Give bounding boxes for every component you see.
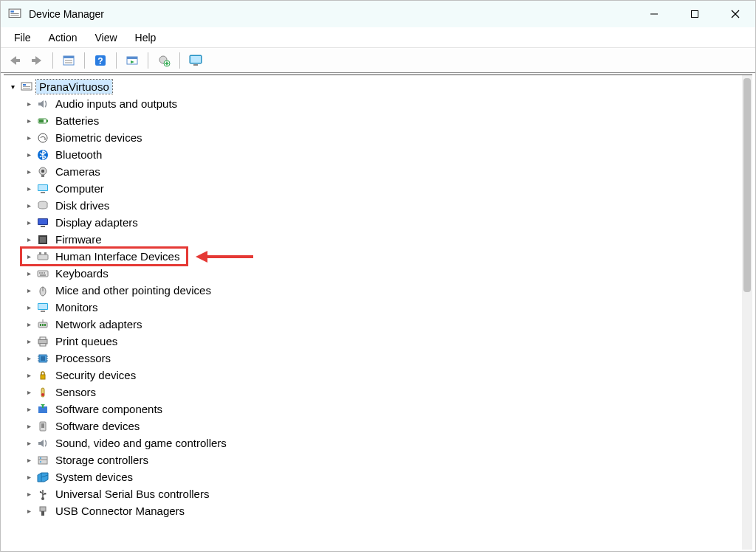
category-storage[interactable]: ▸Storage controllers [23, 451, 752, 468]
category-swcomp[interactable]: ▸Software components [23, 401, 752, 418]
usbconn-icon [36, 505, 49, 518]
audio-icon [36, 97, 49, 111]
category-label: Disk drives [52, 198, 112, 212]
category-processors[interactable]: ▸Processors [23, 350, 752, 367]
category-label: Software devices [52, 419, 142, 433]
category-audio[interactable]: ▸Audio inputs and outputs [23, 95, 752, 112]
category-security[interactable]: ▸Security devices [23, 367, 752, 384]
storage-icon [36, 454, 49, 467]
svg-rect-9 [32, 59, 36, 62]
chevron-right-icon[interactable]: ▸ [23, 388, 35, 396]
chevron-right-icon[interactable]: ▸ [23, 269, 35, 277]
chevron-right-icon[interactable]: ▸ [23, 405, 35, 413]
forward-button[interactable] [27, 51, 47, 70]
chevron-right-icon[interactable]: ▸ [23, 252, 35, 260]
chevron-right-icon[interactable]: ▸ [23, 354, 35, 362]
menu-help[interactable]: Help [128, 29, 164, 46]
chevron-right-icon[interactable]: ▸ [23, 490, 35, 498]
svg-rect-76 [41, 375, 45, 379]
svg-rect-59 [41, 311, 45, 312]
cameras-icon [36, 165, 49, 179]
display-icon [36, 216, 49, 229]
monitors-icon [36, 301, 49, 314]
minimize-button[interactable] [633, 1, 674, 27]
show-monitor-button[interactable] [186, 51, 205, 70]
category-usb[interactable]: ▸Universal Serial Bus controllers [23, 485, 752, 502]
chevron-down-icon[interactable]: ▾ [7, 83, 18, 91]
disk-icon [36, 199, 49, 212]
category-swdev[interactable]: ▸Software devices [23, 418, 752, 434]
category-svgame[interactable]: ▸Sound, video and game controllers [23, 434, 752, 451]
category-batteries[interactable]: ▸Batteries [23, 112, 752, 129]
properties-button[interactable] [59, 51, 78, 70]
computer-icon [36, 182, 49, 195]
category-monitors[interactable]: ▸Monitors [23, 299, 752, 316]
chevron-right-icon[interactable]: ▸ [23, 167, 35, 176]
svg-rect-3 [10, 15, 18, 15]
help-button[interactable]: ? [91, 51, 110, 70]
scrollbar-thumb[interactable] [743, 78, 751, 292]
menu-view[interactable]: View [87, 29, 124, 46]
svg-rect-28 [23, 86, 30, 87]
svg-rect-49 [44, 252, 47, 255]
chevron-right-icon[interactable]: ▸ [23, 100, 35, 108]
scan-hardware-button[interactable] [123, 51, 142, 70]
svg-point-33 [38, 134, 47, 142]
category-mice[interactable]: ▸Mice and other pointing devices [23, 282, 752, 299]
svg-rect-69 [41, 356, 45, 361]
menu-file[interactable]: File [7, 29, 38, 46]
chevron-right-icon[interactable]: ▸ [23, 201, 35, 210]
svg-rect-17 [127, 57, 137, 59]
chevron-right-icon[interactable]: ▸ [23, 371, 35, 379]
maximize-button[interactable] [674, 1, 715, 27]
svg-rect-83 [38, 457, 47, 464]
chevron-right-icon[interactable]: ▸ [23, 422, 35, 430]
chevron-right-icon[interactable]: ▸ [23, 303, 35, 311]
category-disk[interactable]: ▸Disk drives [23, 197, 752, 214]
category-computer[interactable]: ▸Computer [23, 180, 752, 197]
category-network[interactable]: ▸Network adapters [23, 316, 752, 333]
chevron-right-icon[interactable]: ▸ [23, 337, 35, 345]
chevron-right-icon[interactable]: ▸ [23, 218, 35, 226]
chevron-right-icon[interactable]: ▸ [23, 507, 35, 515]
chevron-right-icon[interactable]: ▸ [23, 439, 35, 447]
close-button[interactable] [715, 1, 755, 27]
category-label: Firmware [52, 232, 105, 246]
chevron-right-icon[interactable]: ▸ [23, 456, 35, 464]
menu-action[interactable]: Action [41, 29, 85, 46]
svg-rect-24 [190, 56, 201, 63]
vertical-scrollbar[interactable] [742, 75, 752, 550]
category-label: Computer [52, 181, 107, 195]
chevron-right-icon[interactable]: ▸ [23, 320, 35, 328]
category-biometric[interactable]: ▸Biometric devices [23, 129, 752, 146]
chevron-right-icon[interactable]: ▸ [23, 150, 35, 159]
category-keyboards[interactable]: ▸Keyboards [23, 265, 752, 282]
category-sensors[interactable]: ▸Sensors [23, 384, 752, 401]
svgame-icon [36, 437, 49, 450]
category-bluetooth[interactable]: ▸Bluetooth [23, 146, 752, 163]
category-label: Human Interface Devices [52, 249, 182, 263]
category-print[interactable]: ▸Print queues [23, 333, 752, 350]
svg-rect-51 [39, 272, 41, 274]
category-usbconn[interactable]: ▸USB Connector Managers [23, 502, 752, 519]
category-cameras[interactable]: ▸Cameras [23, 163, 752, 180]
device-tree-pane: ▾PranaVirtuoso▸Audio inputs and outputs▸… [4, 75, 752, 550]
window-controls [633, 1, 755, 27]
chevron-right-icon[interactable]: ▸ [23, 117, 35, 125]
back-button[interactable] [5, 51, 24, 70]
system-icon [36, 471, 49, 484]
category-hid[interactable]: ▸Human Interface Devices [23, 248, 752, 265]
category-firmware[interactable]: ▸Firmware [23, 231, 752, 248]
chevron-right-icon[interactable]: ▸ [23, 286, 35, 294]
window-title: Device Manager [29, 8, 104, 20]
category-system[interactable]: ▸System devices [23, 468, 752, 485]
chevron-right-icon[interactable]: ▸ [23, 235, 35, 243]
tree-root[interactable]: ▾PranaVirtuoso [7, 78, 752, 95]
add-legacy-button[interactable] [154, 51, 173, 70]
chevron-right-icon[interactable]: ▸ [23, 184, 35, 193]
toolbar-separator [52, 52, 53, 69]
category-display[interactable]: ▸Display adapters [23, 214, 752, 231]
chevron-right-icon[interactable]: ▸ [23, 473, 35, 481]
chevron-right-icon[interactable]: ▸ [23, 134, 35, 142]
svg-rect-63 [44, 324, 46, 326]
